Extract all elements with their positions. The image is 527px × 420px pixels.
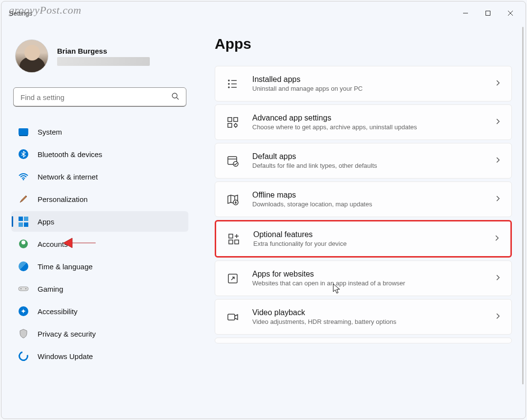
scrollbar[interactable]	[520, 27, 524, 416]
sidebar-item-system[interactable]: System	[11, 121, 188, 142]
card-desc: Downloads, storage location, map updates	[252, 200, 482, 208]
svg-rect-34	[228, 314, 235, 320]
card-desc: Extra functionality for your device	[253, 240, 481, 247]
svg-rect-16	[228, 118, 232, 121]
settings-window: Settings Brian Burgess	[1, 1, 526, 419]
card-title: Default apps	[252, 152, 482, 161]
sidebar-item-update[interactable]: Windows Update	[11, 346, 188, 366]
sidebar-item-label: Privacy & security	[38, 330, 96, 338]
minimize-button[interactable]	[454, 5, 477, 21]
svg-point-10	[228, 80, 229, 81]
chevron-right-icon	[495, 156, 501, 166]
minimize-icon	[463, 10, 468, 16]
user-profile[interactable]: Brian Burgess	[11, 40, 188, 73]
svg-rect-18	[228, 123, 232, 127]
sidebar-item-label: Windows Update	[38, 352, 93, 360]
search-input[interactable]	[20, 93, 171, 101]
sidebar-item-accessibility[interactable]: ✦ Accessibility	[11, 301, 188, 321]
avatar	[15, 40, 48, 73]
sidebar-item-label: Apps	[38, 218, 54, 226]
sidebar-item-bluetooth[interactable]: Bluetooth & devices	[11, 144, 188, 164]
svg-point-14	[228, 87, 229, 88]
svg-point-6	[23, 179, 24, 180]
svg-point-9	[25, 288, 26, 289]
card-advanced-settings[interactable]: Advanced app settingsChoose where to get…	[215, 104, 512, 140]
card-title: Apps for websites	[252, 270, 482, 279]
accessibility-icon: ✦	[18, 306, 29, 317]
svg-line-5	[177, 98, 179, 100]
sidebar: Brian Burgess System Bluetooth & devices	[1, 25, 194, 419]
system-icon	[18, 126, 29, 137]
list-icon	[226, 77, 240, 91]
close-button[interactable]	[499, 5, 522, 21]
svg-rect-1	[486, 11, 490, 16]
sidebar-item-label: System	[38, 128, 62, 136]
window-check-icon	[226, 154, 240, 168]
card-partial[interactable]	[215, 338, 512, 343]
video-icon	[226, 310, 240, 324]
sidebar-item-label: Network & internet	[38, 173, 98, 181]
sidebar-item-apps[interactable]: Apps	[11, 211, 188, 232]
svg-rect-17	[234, 118, 238, 121]
sidebar-item-label: Accessibility	[38, 307, 78, 316]
svg-point-12	[228, 83, 229, 84]
maximize-button[interactable]	[477, 5, 499, 21]
sidebar-item-label: Bluetooth & devices	[38, 150, 102, 159]
card-title: Optional features	[253, 230, 481, 239]
card-offline-maps[interactable]: Offline mapsDownloads, storage location,…	[215, 181, 512, 217]
watermark: groovyPost.com	[9, 4, 81, 17]
cards-list: Installed appsUninstall and manage apps …	[215, 66, 515, 343]
sidebar-item-label: Gaming	[38, 285, 63, 293]
apps-icon	[18, 216, 29, 227]
sidebar-item-label: Accounts	[38, 240, 68, 248]
card-default-apps[interactable]: Default appsDefaults for file and link t…	[215, 143, 512, 179]
gamepad-icon	[18, 283, 29, 294]
main: Apps Installed appsUninstall and manage …	[194, 25, 526, 419]
page-title: Apps	[215, 36, 515, 52]
svg-rect-28	[229, 234, 233, 238]
search-icon	[171, 92, 179, 102]
sidebar-item-gaming[interactable]: Gaming	[11, 279, 188, 299]
chevron-right-icon	[494, 234, 500, 244]
card-installed-apps[interactable]: Installed appsUninstall and manage apps …	[215, 66, 512, 101]
scrollbar-thumb[interactable]	[522, 27, 524, 384]
card-desc: Websites that can open in an app instead…	[252, 280, 482, 287]
shield-icon	[18, 328, 29, 339]
sidebar-item-accounts[interactable]: Accounts	[11, 234, 188, 254]
user-name: Brian Burgess	[57, 47, 150, 55]
card-video-playback[interactable]: Video playbackVideo adjustments, HDR str…	[215, 299, 512, 335]
map-download-icon	[226, 193, 240, 206]
card-title: Advanced app settings	[252, 114, 482, 122]
sidebar-item-label: Personalization	[38, 195, 88, 203]
sidebar-item-label: Time & language	[38, 262, 93, 271]
brush-icon	[18, 194, 29, 204]
sidebar-item-network[interactable]: Network & internet	[11, 166, 188, 187]
card-desc: Video adjustments, HDR streaming, batter…	[252, 318, 482, 325]
wifi-icon	[18, 171, 29, 182]
chevron-right-icon	[495, 79, 501, 89]
sidebar-item-privacy[interactable]: Privacy & security	[11, 323, 188, 344]
sidebar-item-time[interactable]: Time & language	[11, 256, 188, 277]
chevron-right-icon	[495, 274, 501, 283]
chevron-right-icon	[495, 118, 501, 127]
chevron-right-icon	[495, 312, 501, 322]
search-box[interactable]	[13, 87, 186, 107]
card-title: Video playback	[252, 308, 482, 317]
sidebar-item-personalization[interactable]: Personalization	[11, 189, 188, 209]
card-apps-for-websites[interactable]: Apps for websitesWebsites that can open …	[215, 260, 512, 296]
card-optional-features[interactable]: Optional featuresExtra functionality for…	[215, 220, 512, 258]
svg-rect-30	[235, 240, 239, 244]
card-title: Installed apps	[252, 75, 482, 84]
update-icon	[18, 351, 29, 361]
nav: System Bluetooth & devices Network & int…	[11, 121, 188, 366]
card-desc: Uninstall and manage apps on your PC	[252, 85, 482, 92]
card-desc: Choose where to get apps, archive apps, …	[252, 123, 482, 131]
close-icon	[507, 10, 513, 16]
svg-rect-7	[19, 287, 28, 291]
svg-point-4	[172, 93, 177, 98]
maximize-icon	[485, 10, 491, 16]
grid-gear-icon	[226, 116, 240, 129]
svg-point-8	[20, 288, 21, 289]
card-title: Offline maps	[252, 191, 482, 200]
svg-point-19	[234, 124, 237, 127]
